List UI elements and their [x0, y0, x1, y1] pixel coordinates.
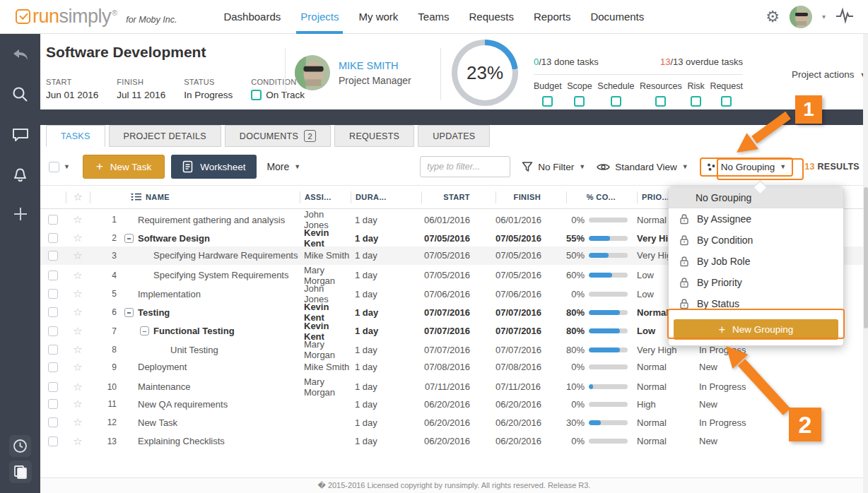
task-name[interactable]: Testing	[138, 307, 170, 318]
caret-down-icon[interactable]: ▼	[64, 163, 70, 170]
copy-documents-icon[interactable]	[0, 461, 40, 483]
task-name-cell[interactable]: Software Design	[119, 233, 300, 244]
row-star-icon[interactable]: ☆	[66, 343, 90, 356]
grouping-menu-item-by-condition[interactable]: By Condition	[669, 230, 843, 251]
select-all-control[interactable]: ▼	[49, 162, 70, 172]
row-checkbox[interactable]	[48, 417, 58, 427]
row-star-icon[interactable]: ☆	[66, 435, 90, 448]
row-checkbox[interactable]	[48, 362, 58, 372]
task-name[interactable]: Maintenance	[138, 381, 190, 392]
condition-checkbox-icon[interactable]	[251, 90, 262, 100]
row-star-icon[interactable]: ☆	[66, 325, 90, 338]
gear-icon[interactable]: ⚙	[766, 9, 780, 25]
grouping-dropdown[interactable]: No Grouping▼	[700, 158, 793, 177]
grouping-menu-item-no-grouping[interactable]: No Grouping	[669, 187, 843, 208]
row-checkbox[interactable]	[48, 289, 58, 299]
flag-checkbox-icon[interactable]	[655, 96, 666, 107]
grouping-menu-item-by-job-role[interactable]: By Job Role	[669, 251, 843, 272]
task-name[interactable]: Implementation	[138, 289, 201, 299]
view-dropdown[interactable]: Standard View▼	[597, 162, 688, 172]
scrollbar-thumb[interactable]	[864, 187, 868, 328]
select-all-checkbox[interactable]	[49, 162, 59, 172]
task-name-cell[interactable]: Functional Testing	[119, 326, 300, 336]
row-checkbox[interactable]	[48, 436, 58, 446]
row-star-icon[interactable]: ☆	[66, 269, 90, 282]
scrollbar-track[interactable]	[863, 34, 868, 493]
flag-checkbox-icon[interactable]	[574, 96, 585, 107]
task-name-cell[interactable]: Specifying System Requirements	[119, 270, 300, 280]
row-star-icon[interactable]: ☆	[66, 381, 90, 393]
task-name-cell[interactable]: Deployment	[119, 362, 300, 372]
collapse-icon[interactable]	[140, 326, 149, 335]
manager-avatar[interactable]	[295, 55, 330, 90]
table-row[interactable]: ☆ 9 Deployment Mike Smith 1 day 07/08/20…	[40, 357, 868, 376]
nav-item-dashboards[interactable]: Dashboards	[213, 0, 291, 34]
header-start[interactable]: START	[421, 191, 495, 203]
header-name[interactable]: NAME	[119, 191, 300, 203]
task-name[interactable]: Deployment	[138, 362, 187, 372]
nav-item-teams[interactable]: Teams	[408, 0, 459, 34]
row-checkbox[interactable]	[48, 271, 58, 280]
row-star-icon[interactable]: ☆	[66, 287, 90, 300]
row-checkbox[interactable]	[48, 251, 58, 261]
nav-item-reports[interactable]: Reports	[524, 0, 581, 34]
collapse-icon[interactable]	[124, 234, 134, 243]
header-assignee[interactable]: ASSI...	[300, 191, 351, 203]
row-star-icon[interactable]: ☆	[66, 306, 90, 319]
project-actions-button[interactable]: Project actions▼	[792, 69, 866, 80]
search-icon[interactable]	[0, 86, 40, 102]
task-name-cell[interactable]: Unit Testing	[119, 345, 300, 355]
task-name-cell[interactable]: Specifying Hardware Requirements	[119, 250, 300, 261]
header-duration[interactable]: DURA...	[351, 191, 421, 203]
task-name-cell[interactable]: New QA requirements	[119, 399, 300, 410]
grouping-menu-item-by-priority[interactable]: By Priority	[669, 272, 843, 293]
tab-documents[interactable]: DOCUMENTS2	[225, 125, 331, 147]
flag-checkbox-icon[interactable]	[611, 96, 621, 107]
task-name-cell[interactable]: Testing	[119, 307, 300, 318]
task-name[interactable]: New Task	[138, 417, 177, 428]
task-name-cell[interactable]: Requirement gathering and analysis	[119, 215, 300, 225]
task-name[interactable]: Requirement gathering and analysis	[138, 215, 285, 225]
row-star-icon[interactable]: ☆	[66, 361, 90, 374]
activity-pulse-icon[interactable]	[835, 7, 854, 27]
row-star-icon[interactable]: ☆	[66, 249, 90, 262]
table-row[interactable]: ☆ 11 New QA requirements 1 day 06/20/201…	[40, 395, 868, 413]
row-checkbox[interactable]	[48, 326, 58, 336]
filter-input[interactable]	[420, 156, 510, 177]
grouping-menu-item-by-status[interactable]: By Status	[669, 293, 843, 314]
worksheet-button[interactable]: Worksheet	[171, 155, 257, 179]
manager-name-link[interactable]: MIKE SMITH	[339, 60, 411, 71]
row-checkbox[interactable]	[48, 345, 58, 355]
nav-item-documents[interactable]: Documents	[580, 0, 654, 34]
flag-checkbox-icon[interactable]	[542, 96, 553, 107]
task-name-cell[interactable]: Explaining Checklists	[119, 436, 300, 446]
grouping-menu-item-by-assignee[interactable]: By Assignee	[669, 208, 843, 230]
task-name[interactable]: New QA requirements	[138, 399, 228, 410]
back-arrow-icon[interactable]	[0, 48, 40, 62]
table-row[interactable]: ☆ 12 New Task 1 day 06/20/2016 06/20/201…	[40, 413, 868, 432]
task-name[interactable]: Functional Testing	[153, 326, 235, 336]
nav-item-my-work[interactable]: My work	[348, 0, 408, 34]
row-checkbox[interactable]	[48, 233, 58, 243]
chat-icon[interactable]	[0, 127, 40, 142]
collapse-icon[interactable]	[124, 308, 134, 317]
row-star-icon[interactable]: ☆	[66, 213, 90, 226]
task-name-cell[interactable]: Implementation	[119, 289, 300, 299]
nav-item-requests[interactable]: Requests	[459, 0, 524, 34]
new-grouping-button[interactable]: + New Grouping	[674, 319, 838, 340]
task-name[interactable]: Software Design	[138, 233, 210, 244]
filter-dropdown[interactable]: No Filter▼	[522, 161, 585, 172]
chevron-down-icon[interactable]: ▾	[822, 13, 826, 20]
flag-checkbox-icon[interactable]	[691, 96, 701, 107]
task-name[interactable]: Specifying System Requirements	[153, 270, 288, 280]
tab-project-details[interactable]: PROJECT DETAILS	[109, 125, 221, 147]
header-finish[interactable]: FINISH	[495, 191, 566, 203]
row-star-icon[interactable]: ☆	[66, 232, 90, 244]
history-clock-icon[interactable]	[0, 435, 40, 457]
new-task-button[interactable]: + New Task	[83, 155, 165, 179]
row-checkbox[interactable]	[48, 307, 58, 317]
task-name[interactable]: Explaining Checklists	[138, 436, 225, 446]
flag-checkbox-icon[interactable]	[721, 96, 732, 107]
task-name[interactable]: Specifying Hardware Requirements	[153, 250, 298, 261]
brand-logo[interactable]: runsimply ® for Moby Inc.	[16, 6, 177, 28]
